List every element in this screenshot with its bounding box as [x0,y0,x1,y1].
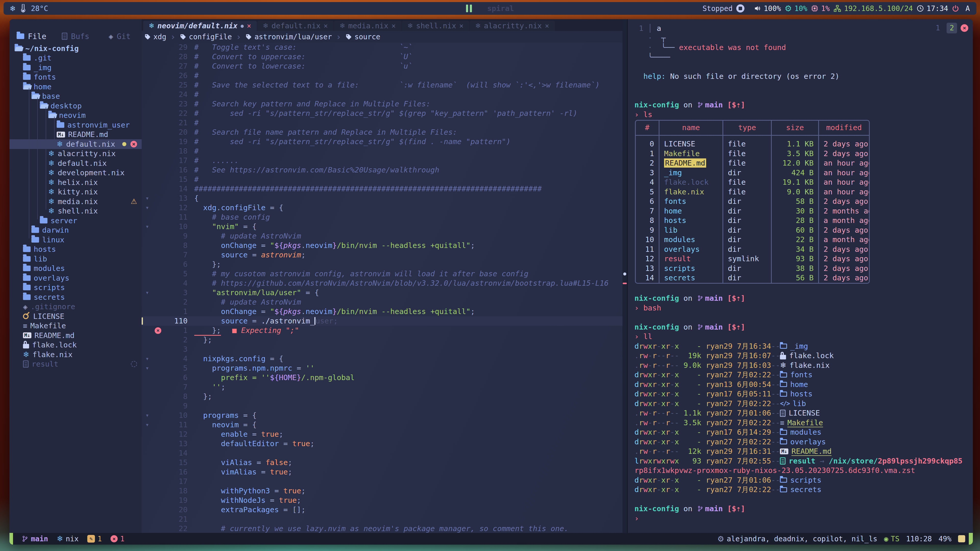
keyboard-layout[interactable]: A [966,4,970,13]
statusline-git-branch[interactable]: main [22,535,48,543]
fold-marker[interactable]: ▾ [142,222,153,231]
fold-marker[interactable]: ▾ [142,420,153,430]
breadcrumb-item[interactable]: configFile [180,33,232,41]
shell-command[interactable]: › bash [635,303,973,313]
ll-row: drwxr-xr-x - ryan 27 7月 02:22 -- fonts [635,370,973,380]
git-icon: ◈ [109,32,113,41]
line-number: 16 [163,467,194,477]
fold-marker[interactable]: ▾ [142,194,153,203]
statusline-errors[interactable]: × 1 [110,535,124,543]
fold-marker[interactable]: ▾ [142,203,153,213]
tree-item[interactable]: ❄flake.nix [10,350,142,359]
buffer-tab[interactable]: ❄media.nix× [334,21,401,31]
editor-line: 24# [142,90,622,99]
ll-row: drwxr-xr-x - ryan 27 7月 02:22 -- overlay… [635,437,973,447]
editor-line: 11 # base config [142,213,622,222]
tree-item[interactable]: _img [10,63,142,73]
buffer-tab[interactable]: ❄shell.nix× [402,21,469,31]
power-button[interactable] [952,5,959,12]
ll-row: .rw-r--r-- 3.5k ryan 27 7月 02:22 -- ≡Mak… [635,418,973,428]
error-icon: × [110,535,118,542]
shell-command[interactable]: › ll [635,332,973,341]
close-icon[interactable]: × [391,22,396,30]
tree-item[interactable]: result [10,359,142,369]
fold-marker[interactable]: ▾ [142,354,153,364]
line-number: 1 [163,307,194,316]
memory-indicator[interactable]: ⚙ 10% [784,3,807,13]
table-header[interactable]: name [659,121,722,136]
editor-line: ▾5 programs.npm.npmrc = '' [142,364,622,373]
pause-icon[interactable] [466,5,472,12]
line-number: 12 [163,430,194,439]
terminal-tab-1[interactable]: 1 [932,23,943,33]
tree-item[interactable]: LICENSE [10,311,142,321]
close-icon[interactable]: × [324,22,328,30]
nix-icon: ❄ [48,169,55,176]
close-icon[interactable]: × [247,22,251,30]
table-header[interactable]: size [771,121,818,136]
line-number: 19 [163,137,194,146]
terminal-line: · ╰── executable was not found [635,43,973,52]
gnu-make-icon: ≡ [23,322,27,330]
clock-indicator[interactable]: 17:34 [916,4,948,13]
editor-line: 19 withNodeJs = true; [142,495,622,505]
document-icon [780,457,786,465]
breadcrumb-item[interactable]: astronvim/lua/user [245,33,332,41]
table-header[interactable]: modified [818,121,869,136]
tree-item[interactable]: flake.lock [10,340,142,350]
terminal-pane[interactable]: 1 2 × 1 │ a · ┬ · ╰── executable was not… [627,19,973,533]
editor-line: 16# See https://astronvim.com/Basic%20Us… [142,165,622,175]
tree-item[interactable]: .git [10,53,142,63]
buffer-tab[interactable]: ❄alacritty.nix× [469,21,555,31]
tree-item[interactable]: scripts [10,283,142,292]
close-icon[interactable]: × [459,22,463,30]
editor-line: 7 ''; [142,383,622,392]
editor-scrollbar[interactable] [622,19,627,533]
cpu-indicator[interactable]: 1% [811,4,830,13]
tree-item[interactable]: overlays [10,273,142,283]
nix-icon: ❄ [407,22,413,29]
tree-item[interactable]: ≡Makefile [10,321,142,331]
close-icon[interactable]: × [130,141,137,148]
modified-dot [122,142,126,146]
tree-item[interactable]: fonts [10,73,142,82]
sidebar-tab-file[interactable]: File [10,32,54,41]
fold-marker[interactable]: ▾ [142,411,153,420]
chevron-right-icon: › [336,32,341,42]
terminal-tab-2[interactable]: 2 [947,23,957,33]
sidebar-tab-git[interactable]: ◈ Git [97,32,142,41]
shell-command[interactable]: › ls [635,110,973,120]
breadcrumb-item[interactable]: xdg [144,33,166,41]
shell-command[interactable]: › [635,514,973,524]
tree-item[interactable]: secrets [10,292,142,302]
code-buffer[interactable]: 29# Toggle text's case: `~`28# Convert t… [142,43,622,533]
close-icon[interactable]: × [545,22,549,30]
buffer-tab[interactable]: ❄default.nix× [257,21,334,31]
line-number: 3 [163,288,194,297]
table-row: 10modulesdir22 Ba month ago [636,235,869,245]
close-icon[interactable]: × [961,24,968,32]
editor-line: 20# Search file name pattern and Replace… [142,127,622,137]
buffer-tab[interactable]: ❄neovim/default.nix●× [143,21,257,31]
folder-icon [780,430,787,435]
table-header[interactable]: type [722,121,771,136]
statusline-scroll-percent: 49% [939,535,951,543]
tree-item[interactable]: M↓README.md [10,330,142,340]
volume-indicator[interactable]: 100% [754,4,781,13]
line-number: 11 [163,213,194,222]
tree-item[interactable]: lib [10,254,142,264]
fold-marker[interactable]: ▾ [142,288,153,297]
editor-line: 23# Search key pattern and Replace in Mu… [142,99,622,109]
stop-icon[interactable] [736,4,745,13]
tree-item[interactable]: modules [10,264,142,273]
table-header[interactable]: # [636,121,659,136]
tree-item[interactable]: hosts [10,245,142,254]
fold-marker[interactable]: ▾ [142,364,153,373]
tree-item[interactable]: ~/nix-config [10,44,142,53]
breadcrumb-item[interactable]: source [345,33,380,41]
editor-line: 14 [142,448,622,458]
editor-line: ▾10 "nvim" = { [142,222,622,231]
network-indicator[interactable]: 192.168.5.100/24 [833,4,913,13]
sidebar-tab-bufs[interactable]: Bufs [54,32,98,41]
tree-item[interactable]: ◈.gitignore [10,302,142,312]
